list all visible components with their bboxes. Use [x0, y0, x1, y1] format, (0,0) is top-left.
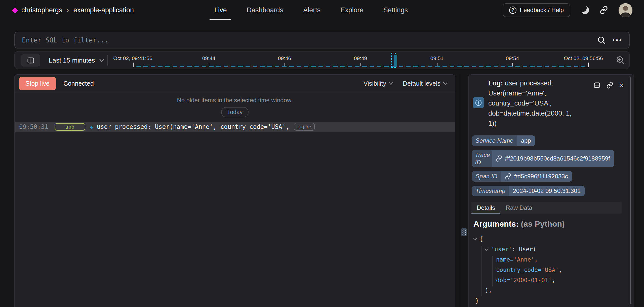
- axis-label-start: Oct 02, 09:41:56: [113, 55, 152, 61]
- sql-filter-input[interactable]: [21, 36, 597, 44]
- time-range-dropdown[interactable]: Last 15 minutes: [49, 52, 104, 69]
- stop-live-button[interactable]: Stop live: [19, 77, 56, 90]
- dark-mode-moon-icon[interactable]: [580, 6, 589, 15]
- code-token: ,: [552, 277, 555, 283]
- timestamp-label: Timestamp: [472, 186, 509, 196]
- code-token: dob=: [496, 277, 510, 283]
- axis-label: 09:46: [278, 55, 291, 61]
- axis-label: 09:49: [354, 55, 367, 61]
- log-message: user processed: User(name='Anne', countr…: [97, 123, 290, 130]
- chevron-down-icon: [443, 82, 448, 85]
- time-range-label: Last 15 minutes: [49, 57, 95, 64]
- collapse-chevron-icon[interactable]: [473, 237, 477, 241]
- arguments-heading-main: Arguments:: [473, 219, 519, 228]
- live-header: Stop live Connected Visibility Default l…: [15, 75, 455, 92]
- detail-actions: ×: [593, 81, 624, 89]
- span-id-value[interactable]: #d5c996f11192033c: [501, 171, 572, 182]
- share-link-icon[interactable]: [599, 6, 608, 14]
- service-name-pill: Service Name app: [472, 135, 535, 146]
- axis-label: 09:44: [202, 55, 216, 61]
- feedback-help-button[interactable]: ? Feedback / Help: [503, 3, 570, 17]
- trace-id-pill: Trace ID #f2019b98b550cd8a61546c2f918895…: [472, 150, 614, 167]
- timeline-bar: Last 15 minutes Oct 02, 09:41:56 09:44 0…: [14, 51, 630, 69]
- panel-layout-icon[interactable]: [593, 82, 600, 89]
- breadcrumb-project[interactable]: example-application: [73, 6, 134, 14]
- detail-title: Log: user processed: User(name='Anne', c…: [488, 78, 578, 128]
- zoom-in-icon[interactable]: [616, 56, 625, 65]
- span-id-label: Span ID: [472, 171, 501, 182]
- more-options-ellipsis-icon[interactable]: •••: [613, 37, 623, 44]
- link-icon: [505, 173, 511, 180]
- code-token: 'USA': [541, 267, 559, 273]
- code-line: 'user': User(: [473, 244, 624, 254]
- tab-live[interactable]: Live: [214, 0, 227, 20]
- span-id-text: #d5c996f11192033c: [514, 173, 568, 180]
- code-token: : User(: [512, 246, 536, 252]
- sql-filter-bar: •••: [14, 32, 630, 48]
- live-header-dropdowns: Visibility Default levels: [364, 80, 451, 87]
- live-view-panel: Stop live Connected Visibility Default l…: [14, 74, 455, 307]
- timestamp-pill: Timestamp 2024-10-02 09:50:31.301: [472, 186, 585, 196]
- nav-tabs: Live Dashboards Alerts Explore Settings: [214, 0, 408, 20]
- user-avatar[interactable]: [619, 3, 632, 17]
- code-line: name='Anne',: [473, 254, 624, 265]
- indent-guide: [492, 256, 493, 286]
- close-icon[interactable]: ×: [619, 81, 624, 89]
- log-row[interactable]: 09:50:31 app ◆ user processed: User(name…: [15, 122, 455, 132]
- link-icon: [496, 155, 502, 162]
- arguments-code-block: {'user': User(name='Anne',country_code='…: [473, 234, 624, 306]
- chevron-down-icon: [99, 59, 104, 62]
- today-button[interactable]: Today: [221, 107, 249, 117]
- default-levels-dropdown[interactable]: Default levels: [403, 80, 448, 87]
- panel-scrollbar-track[interactable]: [459, 74, 459, 307]
- breadcrumb-org[interactable]: christophergs: [21, 6, 62, 14]
- service-badge[interactable]: app: [55, 123, 85, 131]
- panel-resize-handle[interactable]: [461, 228, 467, 236]
- tab-details[interactable]: Details: [471, 202, 500, 214]
- detail-tabs: Details Raw Data: [471, 202, 622, 214]
- axis-label-end: Oct 02, 09:56:56: [564, 55, 603, 61]
- top-nav: ◆ christophergs › example-application Li…: [0, 0, 644, 20]
- code-line: ),: [473, 285, 624, 296]
- tab-explore[interactable]: Explore: [340, 0, 364, 20]
- code-token: }: [475, 297, 479, 304]
- code-token: 'user': [491, 246, 512, 252]
- axis-label: 09:54: [506, 55, 519, 61]
- axis-label: 09:51: [430, 55, 444, 61]
- tab-dashboards[interactable]: Dashboards: [247, 0, 284, 20]
- chevron-down-icon: [389, 82, 393, 85]
- detail-title-prefix: Log:: [488, 79, 503, 87]
- tab-settings[interactable]: Settings: [383, 0, 408, 20]
- log-timestamp: 09:50:31: [19, 123, 48, 130]
- trace-id-label: Trace ID: [472, 150, 492, 167]
- code-line: {: [473, 234, 624, 244]
- sidebar-toggle-button[interactable]: [21, 54, 40, 67]
- collapse-chevron-icon[interactable]: [485, 247, 489, 251]
- code-token: ,: [559, 267, 562, 273]
- logfire-tag[interactable]: logfire: [294, 123, 314, 131]
- timeline-axis: Oct 02, 09:41:56 09:44 09:46 09:49 09:51…: [111, 52, 614, 69]
- tab-raw-data[interactable]: Raw Data: [500, 202, 537, 214]
- service-name-label: Service Name: [472, 135, 517, 146]
- axis-tick: [209, 63, 209, 66]
- visibility-label: Visibility: [364, 80, 386, 87]
- logfire-logo-icon[interactable]: ◆: [12, 6, 18, 14]
- arguments-heading-sub: (as Python): [519, 219, 565, 228]
- trace-id-value[interactable]: #f2019b98b550cd8a61546c2f9188959f: [492, 150, 614, 167]
- code-token: ),: [485, 287, 492, 294]
- code-token: name=: [496, 256, 513, 263]
- tab-alerts[interactable]: Alerts: [303, 0, 320, 20]
- axis-tick: [437, 63, 437, 66]
- visibility-dropdown[interactable]: Visibility: [364, 80, 393, 87]
- connection-status: Connected: [63, 80, 94, 87]
- search-icon[interactable]: [597, 36, 606, 45]
- code-line: }: [473, 296, 624, 306]
- breadcrumb-separator-icon: ›: [66, 6, 70, 14]
- code-token: country_code=: [496, 267, 541, 273]
- axis-tick: [285, 63, 285, 66]
- log-level-diamond-icon: ◆: [90, 124, 93, 130]
- copy-link-icon[interactable]: [606, 82, 613, 89]
- detail-scrollbar-thumb[interactable]: [630, 77, 631, 304]
- timeline-activity-bar: [394, 55, 397, 67]
- axis-end-bracket: [585, 67, 589, 67]
